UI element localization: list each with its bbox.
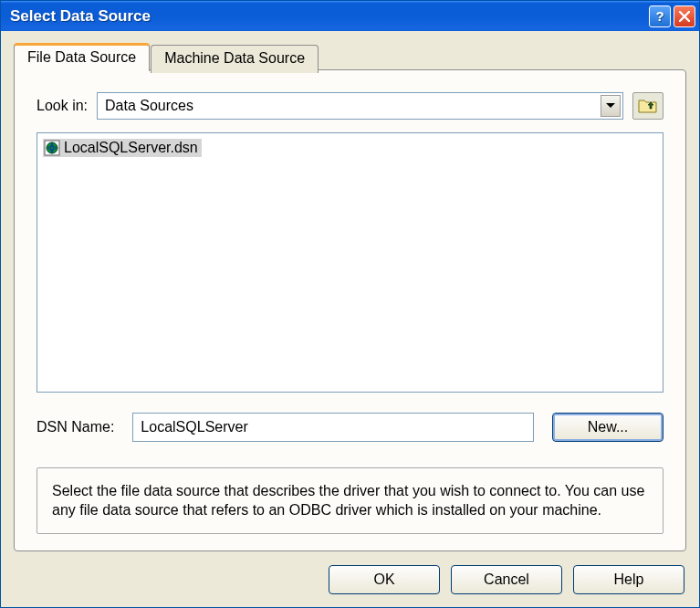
dsn-file-icon [44, 140, 60, 156]
info-text: Select the file data source that describ… [37, 467, 663, 534]
list-item[interactable]: LocalSQLServer.dsn [43, 139, 202, 157]
info-content: Select the file data source that describ… [52, 483, 644, 519]
chevron-down-icon[interactable] [601, 95, 621, 117]
cancel-button[interactable]: Cancel [451, 565, 562, 594]
tab-label: File Data Source [27, 49, 136, 65]
titlebar-buttons: ? [649, 5, 695, 27]
tab-strip: File Data Source Machine Data Source [14, 42, 686, 70]
file-name: LocalSQLServer.dsn [64, 140, 198, 156]
dsn-row: DSN Name: New... [37, 413, 663, 442]
file-list[interactable]: LocalSQLServer.dsn [37, 132, 663, 393]
tab-label: Machine Data Source [164, 50, 305, 66]
dsn-name-input[interactable] [132, 413, 534, 442]
new-button[interactable]: New... [552, 413, 663, 442]
tab-machine-data-source[interactable]: Machine Data Source [151, 45, 319, 73]
lookin-label: Look in: [37, 98, 88, 114]
lookin-row: Look in: Data Sources [37, 92, 663, 120]
lookin-combo[interactable]: Data Sources [97, 92, 623, 120]
folder-up-button[interactable] [632, 92, 663, 120]
dsn-label: DSN Name: [37, 419, 114, 435]
titlebar: Select Data Source ? [1, 1, 699, 31]
ok-button[interactable]: OK [329, 565, 440, 594]
close-icon[interactable] [674, 5, 695, 27]
help-button[interactable]: Help [573, 565, 684, 594]
dialog-window: Select Data Source ? File Data Source Ma… [0, 0, 700, 608]
help-icon[interactable]: ? [649, 5, 671, 27]
tab-file-data-source[interactable]: File Data Source [14, 43, 150, 71]
dialog-footer: OK Cancel Help [14, 565, 686, 594]
folder-up-icon [638, 98, 658, 114]
tab-body: Look in: Data Sources [14, 69, 686, 551]
client-area: File Data Source Machine Data Source Loo… [1, 31, 699, 607]
lookin-value: Data Sources [105, 98, 601, 114]
window-title: Select Data Source [10, 7, 649, 26]
